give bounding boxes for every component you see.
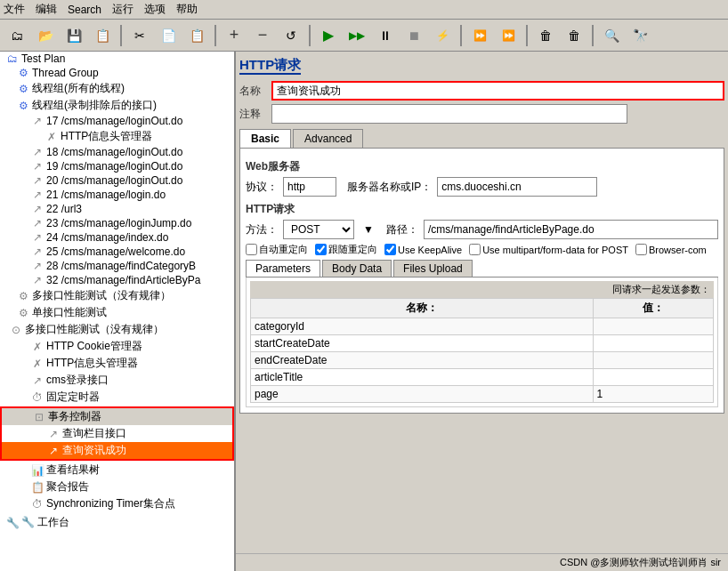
- req32-icon: ↗: [30, 274, 44, 286]
- remote-start-button[interactable]: ⏩: [466, 23, 493, 48]
- tree-item-viewresults[interactable]: 📊 查看结果树: [0, 462, 234, 479]
- add-button[interactable]: +: [221, 23, 247, 48]
- toolbar: 🗂 📂 💾 📋 ✂ 📄 📋 + − ↺ ▶ ▶▶ ⏸ ⏹ ⚡ ⏩ ⏩ 🗑 🗑 🔍…: [0, 20, 728, 52]
- help-button[interactable]: 🔭: [627, 23, 653, 48]
- clear-all-button[interactable]: 🗑: [561, 23, 587, 48]
- tree-item-23[interactable]: ↗ 23 /cms/manage/loginJump.do: [0, 216, 234, 230]
- tree-item-17[interactable]: ↗ 17 /cms/manage/loginOut.do: [0, 114, 234, 128]
- cookie-icon: ✗: [30, 341, 44, 353]
- tree-item-18[interactable]: ↗ 18 /cms/manage/loginOut.do: [0, 145, 234, 159]
- checkbox-redirect[interactable]: 自动重定向: [246, 243, 308, 256]
- tree-item-single[interactable]: ⚙ 单接口性能测试: [0, 304, 234, 321]
- param-value-1[interactable]: [593, 318, 713, 335]
- server-input[interactable]: [437, 177, 597, 197]
- play-button[interactable]: ▶: [315, 23, 342, 48]
- menu-run[interactable]: 运行: [112, 2, 133, 17]
- checkbox-keepalive[interactable]: Use KeepAlive: [384, 244, 462, 255]
- menu-file[interactable]: 文件: [4, 2, 25, 17]
- redirect-checkbox[interactable]: [246, 244, 257, 255]
- transaction-icon: ⊡: [32, 411, 46, 423]
- server-name-label: 服务器名称或IP：: [347, 180, 432, 195]
- remote-start-all-button[interactable]: ⏩: [495, 23, 522, 48]
- tab-advanced[interactable]: Advanced: [293, 129, 363, 148]
- stop-button[interactable]: ⏹: [400, 23, 427, 48]
- tree-item-httpheader2[interactable]: ✗ HTTP信息头管理器: [0, 355, 234, 372]
- checkbox-browser[interactable]: Browser-com: [635, 244, 707, 255]
- cut-button[interactable]: ✂: [126, 23, 153, 48]
- browser-checkbox[interactable]: [635, 244, 647, 255]
- bottom-bar: CSDN @多测师软件测试培训师肖 sir: [236, 553, 728, 571]
- tree-item-transaction[interactable]: ⊡ 事务控制器: [2, 408, 232, 425]
- param-value-3[interactable]: [593, 352, 713, 369]
- param-name-1[interactable]: categoryId: [251, 318, 594, 335]
- tree-item-threadgroup[interactable]: ⚙ Thread Group: [0, 66, 234, 80]
- tree-item-multi1[interactable]: ⚙ 多接口性能测试（没有规律）: [0, 287, 234, 304]
- checkbox-row: 自动重定向 跟随重定向 Use KeepAlive Use multi: [246, 243, 718, 256]
- param-name-4[interactable]: articleTitle: [251, 369, 594, 386]
- single-icon: ⚙: [16, 307, 30, 319]
- tree-item-aggregate[interactable]: 📋 聚合报告: [0, 479, 234, 495]
- search-button[interactable]: 🔍: [598, 23, 625, 48]
- note-input[interactable]: [271, 104, 627, 124]
- sub-tab-parameters[interactable]: Parameters: [246, 260, 320, 277]
- param-name-3[interactable]: endCreateDate: [251, 352, 594, 369]
- checkbox-follow[interactable]: 跟随重定向: [315, 243, 377, 256]
- save-button[interactable]: 💾: [61, 23, 87, 48]
- tree-item-synctimer[interactable]: ⏱ Synchronizing Timer集合点: [0, 495, 234, 512]
- tree-item-32[interactable]: ↗ 32 /cms/manage/findArticleByPa: [0, 273, 234, 287]
- protocol-label: 协议：: [246, 180, 278, 195]
- tree-item-timer[interactable]: ⏱ 固定定时器: [0, 389, 234, 406]
- remove-button[interactable]: −: [249, 23, 276, 48]
- tree-item-21[interactable]: ↗ 21 /cms/manage/login.do: [0, 188, 234, 202]
- tree-item-querycat[interactable]: ↗ 查询栏目接口: [2, 425, 232, 442]
- save-as-button[interactable]: 📋: [89, 23, 116, 48]
- tree-item-recordthreads[interactable]: ⚙ 线程组(录制排除后的接口): [0, 97, 234, 114]
- tree-item-httpheader1[interactable]: ✗ HTTP信息头管理器: [0, 128, 234, 145]
- clear-button[interactable]: 🗑: [532, 23, 559, 48]
- sub-tab-filesupload[interactable]: Files Upload: [393, 260, 473, 277]
- thread-icon: ⚙: [16, 67, 30, 79]
- paste-button[interactable]: 📋: [183, 23, 210, 48]
- tab-basic[interactable]: Basic: [239, 129, 291, 148]
- param-value-2[interactable]: [593, 335, 713, 352]
- tree-item-cmslogin[interactable]: ↗ cms登录接口: [0, 372, 234, 389]
- menu-help[interactable]: 帮助: [176, 2, 198, 17]
- multipart-checkbox[interactable]: [469, 244, 481, 255]
- open-button[interactable]: 📂: [32, 23, 59, 48]
- new-button[interactable]: 🗂: [4, 23, 30, 48]
- param-name-2[interactable]: startCreateDate: [251, 335, 594, 352]
- multi2-icon: ⊙: [9, 324, 23, 336]
- tree-item-22[interactable]: ↗ 22 /url3: [0, 202, 234, 216]
- refresh-button[interactable]: ↺: [278, 23, 304, 48]
- tree-item-multi2[interactable]: ⊙ 多接口性能测试（没有规律）: [0, 321, 234, 338]
- tree-item-workbench[interactable]: 🔧 🔧 工作台: [0, 514, 234, 531]
- tree-item-28[interactable]: ↗ 28 /cms/manage/findCategoryB: [0, 259, 234, 273]
- param-name-5[interactable]: page: [251, 386, 594, 403]
- tree-item-20[interactable]: ↗ 20 /cms/manage/loginOut.do: [0, 173, 234, 188]
- menu-options[interactable]: 选项: [144, 2, 166, 17]
- menu-edit[interactable]: 编辑: [36, 2, 57, 17]
- name-input[interactable]: [271, 81, 724, 101]
- tree-item-allthreads[interactable]: ⚙ 线程组(所有的线程): [0, 80, 234, 97]
- tree-item-19[interactable]: ↗ 19 /cms/manage/loginOut.do: [0, 159, 234, 173]
- protocol-input[interactable]: [283, 177, 336, 197]
- shutdown-button[interactable]: ⚡: [429, 23, 456, 48]
- tree-item-querynews[interactable]: ↗ 查询资讯成功: [2, 442, 232, 459]
- follow-redirect-checkbox[interactable]: [315, 244, 327, 255]
- tree-item-cookie[interactable]: ✗ HTTP Cookie管理器: [0, 338, 234, 355]
- tree-item-24[interactable]: ↗ 24 /cms/manage/index.do: [0, 230, 234, 245]
- param-value-5[interactable]: 1: [593, 386, 713, 403]
- copy-button[interactable]: 📄: [155, 23, 182, 48]
- tree-item-testplan[interactable]: 🗂 Test Plan: [0, 52, 234, 66]
- sub-tab-bodydata[interactable]: Body Data: [322, 260, 392, 277]
- note-label: 注释: [239, 107, 271, 122]
- play-no-pause-button[interactable]: ▶▶: [344, 23, 370, 48]
- method-select[interactable]: POST GET PUT DELETE: [283, 220, 354, 239]
- path-input[interactable]: [424, 220, 718, 239]
- checkbox-multipart[interactable]: Use multipart/form-data for POST: [469, 244, 628, 255]
- keepalive-checkbox[interactable]: [384, 244, 396, 255]
- param-value-4[interactable]: [593, 369, 713, 386]
- tree-item-25[interactable]: ↗ 25 /cms/manage/welcome.do: [0, 245, 234, 259]
- pause-button[interactable]: ⏸: [372, 23, 399, 48]
- menu-search[interactable]: Search: [68, 4, 101, 16]
